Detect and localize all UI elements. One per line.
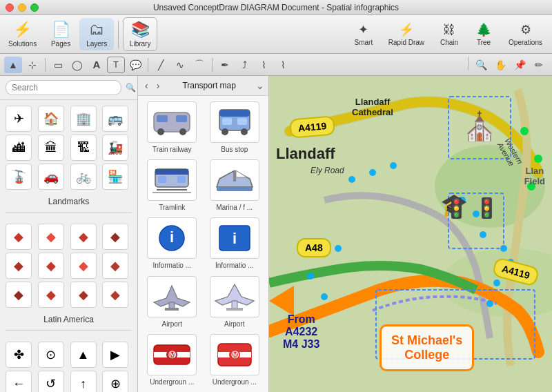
text-t-tool[interactable]: T (107, 57, 125, 73)
list-item[interactable]: ◆ (6, 282, 32, 308)
close-button[interactable] (6, 3, 14, 12)
nav-forward-button[interactable]: › (154, 79, 163, 92)
landmarks-grid: ✈ 🏠 🏢 🚌 🏙 🏛 🏗 🚂 🚡 🚗 🚲 🏪 (6, 106, 132, 190)
shape-card-label: Tramlink (159, 204, 185, 211)
rapid-draw-label: Rapid Draw (388, 39, 424, 46)
layers-button[interactable]: 🗂 Layers (79, 18, 114, 50)
shape-card-underground1[interactable]: Ⓜ Undergroun ... (144, 334, 201, 386)
shape-card-img (147, 159, 197, 201)
shape-card-airport2[interactable]: Airport (206, 276, 264, 329)
list-item[interactable]: 🏪 (102, 164, 128, 190)
solutions-button[interactable]: ⚡ Solutions (3, 18, 42, 50)
library-button[interactable]: 📚 Library (123, 17, 157, 51)
shape-card-info1[interactable]: i Informatio ... (144, 217, 201, 270)
layers-label: Layers (86, 40, 107, 48)
arc-tool[interactable]: ⌒ (190, 57, 208, 73)
list-item[interactable]: ◆ (102, 282, 128, 308)
chain-button[interactable]: ⛓ Chain (433, 20, 466, 49)
tree-button[interactable]: 🌲 Tree (467, 19, 500, 49)
connect-tool-2[interactable]: ⌇ (255, 57, 273, 73)
separator-1 (118, 21, 119, 48)
list-item[interactable]: ↺ (38, 371, 64, 392)
text-a-tool[interactable]: A (88, 57, 106, 73)
list-item[interactable]: 🚡 (6, 164, 32, 190)
pointer-tool[interactable]: ⊹ (23, 57, 41, 73)
list-item[interactable]: ⊕ (102, 371, 128, 392)
cathedral-label: Llandaff Cathedral (352, 97, 393, 117)
tool-sep-3 (212, 58, 213, 72)
smart-button[interactable]: ✦ Smart (347, 19, 380, 49)
rapid-draw-button[interactable]: ⚡ Rapid Draw (382, 19, 431, 49)
list-item[interactable]: 🚲 (70, 164, 97, 190)
connect-tool-3[interactable]: ⌇ (274, 57, 292, 73)
canvas-area[interactable]: A4119 A48 A4119 Llandaff Cathedral Lland… (269, 76, 552, 392)
curve-tool[interactable]: ∿ (171, 57, 189, 73)
select-tool[interactable]: ▲ (4, 57, 22, 73)
list-item[interactable]: 🏙 (6, 135, 32, 161)
shape-card-label: Informatio ... (152, 262, 191, 269)
connect-tool-1[interactable]: ⤴ (235, 57, 253, 73)
list-item[interactable]: 🏛 (38, 135, 64, 161)
list-item[interactable]: ▲ (70, 342, 97, 368)
search-input[interactable] (6, 80, 121, 95)
list-item[interactable]: ◆ (70, 253, 97, 279)
tree-label: Tree (477, 39, 491, 46)
pages-icon: 📄 (52, 21, 70, 39)
list-item[interactable]: ← (6, 371, 32, 392)
list-item[interactable]: ◆ (70, 224, 97, 250)
latin-america-group: ◆ ◆ ◆ ◆ ◆ ◆ ◆ ◆ ◆ ◆ ◆ ◆ Latin America (0, 218, 137, 336)
list-item[interactable]: ◆ (38, 224, 64, 250)
shape-card-marina[interactable]: Marina / f ... (206, 159, 264, 212)
list-item[interactable]: ⊙ (38, 342, 64, 368)
shape-card-info2[interactable]: i Informatio ... (206, 217, 264, 270)
list-item[interactable]: ◆ (6, 253, 32, 279)
pencil-tool[interactable]: ✏ (530, 57, 548, 73)
list-item[interactable]: ✤ (6, 342, 32, 368)
list-item[interactable]: 🚂 (102, 135, 128, 161)
shape-card-train[interactable]: Train railway (144, 101, 201, 154)
list-item[interactable]: 🏢 (70, 106, 97, 132)
rectangle-tool[interactable]: ▭ (49, 57, 67, 73)
shape-card-underground2[interactable]: Ⓜ Undergroun ... (206, 334, 264, 386)
list-item[interactable]: ▶ (102, 342, 128, 368)
latin-america-label: Latin America (6, 312, 132, 331)
list-item[interactable]: 🏠 (38, 106, 64, 132)
list-item[interactable]: 🚗 (38, 164, 64, 190)
maximize-button[interactable] (30, 3, 39, 12)
shape-card-label: Airport (162, 320, 182, 328)
ellipse-tool[interactable]: ◯ (68, 57, 86, 73)
hand-tool[interactable]: ✋ (491, 57, 509, 73)
pages-button[interactable]: 📄 Pages (43, 18, 78, 50)
western-avenue-label: WesternAvenue (496, 137, 524, 169)
svg-point-44 (321, 293, 328, 300)
list-item[interactable]: 🏗 (70, 135, 97, 161)
svg-point-39 (348, 176, 355, 183)
shape-card-tram[interactable]: Tramlink (144, 159, 201, 212)
list-item[interactable]: ◆ (6, 224, 32, 250)
nav-dropdown-button[interactable]: ⌄ (256, 80, 264, 91)
ely-road-label: Ely Road (310, 166, 344, 175)
tool-sep-4 (468, 57, 469, 70)
shape-card-bus[interactable]: Bus stop (206, 101, 264, 154)
st-michaels-box[interactable]: St Michael'sCollege (379, 324, 474, 371)
list-item[interactable]: ◆ (102, 253, 128, 279)
nav-back-button[interactable]: ‹ (142, 79, 151, 92)
minimize-button[interactable] (18, 3, 26, 12)
toolrow: ▲ ⊹ ▭ ◯ A T 💬 ╱ ∿ ⌒ ✒ ⤴ ⌇ ⌇ 🔍 ✋ 📌 ✏ (0, 54, 552, 76)
list-item[interactable]: ◆ (102, 224, 128, 250)
line-tool[interactable]: ╱ (152, 57, 170, 73)
list-item[interactable]: 🚌 (102, 106, 128, 132)
pin-tool[interactable]: 📌 (511, 57, 529, 73)
list-item[interactable]: ◆ (70, 282, 97, 308)
list-item[interactable]: ◆ (38, 282, 64, 308)
operations-button[interactable]: ⚙ Operations (502, 19, 549, 49)
svg-point-43 (307, 273, 314, 280)
landmarks-label: Landmarks (6, 194, 132, 213)
list-item[interactable]: ✈ (6, 106, 32, 132)
search-tool[interactable]: 🔍 (472, 57, 490, 73)
callout-tool[interactable]: 💬 (126, 57, 144, 73)
list-item[interactable]: ◆ (38, 253, 64, 279)
pen-tool[interactable]: ✒ (216, 57, 234, 73)
shape-card-airport1[interactable]: Airport (144, 276, 201, 329)
list-item[interactable]: ↑ (70, 371, 97, 392)
